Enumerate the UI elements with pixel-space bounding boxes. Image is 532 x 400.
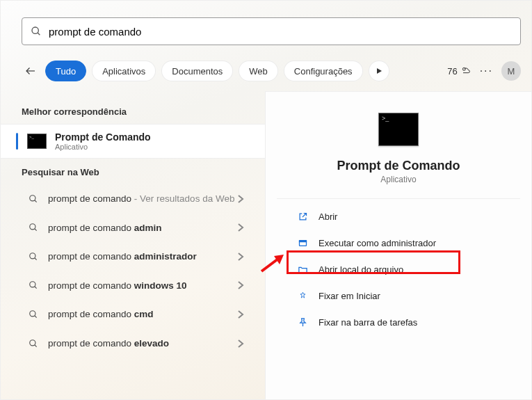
tab-apps[interactable]: Aplicativos	[92, 61, 156, 81]
pin-icon	[296, 289, 309, 302]
search-icon	[29, 339, 38, 349]
action-open[interactable]: Abrir	[291, 203, 506, 230]
svg-marker-3	[377, 68, 382, 74]
search-icon	[29, 223, 38, 232]
weather-temp: 76	[447, 66, 457, 77]
more-options[interactable]: ···	[480, 65, 493, 77]
best-match-subtitle: Aplicativo	[55, 143, 151, 151]
suggestion-text: prompt de comando admin	[48, 222, 237, 234]
action-pin-taskbar-label: Fixar na barra de tarefas	[319, 317, 417, 328]
cmd-thumbnail-icon	[27, 134, 47, 149]
suggestion-text: prompt de comando administrador	[48, 250, 237, 263]
action-pin-start-label: Fixar em Iniciar	[319, 291, 380, 301]
suggestion-text: prompt de comando cmd	[48, 308, 237, 321]
results-panel: Melhor correspondência Prompt de Comando…	[1, 91, 265, 399]
weather-icon	[460, 65, 471, 77]
search-icon	[31, 26, 42, 37]
action-pin-taskbar[interactable]: Fixar na barra de tarefas	[291, 309, 506, 335]
web-suggestion-3[interactable]: prompt de comando windows 10	[1, 271, 265, 301]
search-icon	[29, 194, 38, 204]
svg-line-6	[35, 200, 37, 202]
action-open-location[interactable]: Abrir local do arquivo	[291, 256, 506, 282]
back-button[interactable]	[22, 62, 40, 80]
weather-widget[interactable]: 76	[447, 65, 471, 77]
best-match-title: Prompt de Comando	[55, 131, 151, 143]
shield-icon	[296, 237, 309, 249]
search-bar[interactable]	[22, 17, 521, 45]
tab-documents[interactable]: Documentos	[161, 61, 233, 81]
svg-line-10	[35, 258, 37, 260]
web-suggestion-5[interactable]: prompt de comando elevado	[1, 329, 265, 358]
svg-point-15	[30, 339, 35, 345]
suggestion-text: prompt de comando windows 10	[48, 280, 237, 292]
web-suggestion-4[interactable]: prompt de comando cmd	[1, 300, 265, 329]
svg-line-16	[35, 344, 37, 346]
chevron-right-icon	[237, 310, 244, 319]
svg-point-5	[30, 195, 35, 201]
open-icon	[296, 210, 309, 223]
chevron-right-icon	[237, 280, 244, 290]
filter-toolbar: Tudo Aplicativos Documentos Web Configur…	[22, 60, 521, 82]
svg-rect-18	[299, 240, 306, 241]
suggestion-text: prompt de comando elevado	[48, 337, 237, 350]
search-input[interactable]	[49, 26, 512, 38]
chevron-right-icon	[237, 252, 244, 262]
action-location-label: Abrir local do arquivo	[319, 264, 403, 275]
web-suggestion-2[interactable]: prompt de comando administrador	[1, 242, 265, 271]
web-suggestion-0[interactable]: prompt de comando - Ver resultados da We…	[1, 184, 265, 214]
web-search-heading: Pesquisar na Web	[1, 159, 265, 184]
tab-all[interactable]: Tudo	[45, 61, 86, 81]
svg-line-1	[38, 33, 40, 35]
pin-taskbar-icon	[296, 316, 309, 328]
svg-point-7	[30, 224, 35, 230]
user-avatar[interactable]: M	[501, 61, 521, 81]
search-icon	[29, 280, 38, 290]
chevron-right-icon	[237, 223, 244, 232]
detail-subtitle: Aplicativo	[280, 175, 517, 184]
best-match-heading: Melhor correspondência	[1, 98, 265, 124]
folder-icon	[296, 263, 309, 275]
suggestion-text: prompt de comando - Ver resultados da We…	[48, 193, 237, 205]
app-large-icon	[378, 113, 419, 146]
action-run-as-admin[interactable]: Executar como administrador	[291, 230, 506, 256]
action-open-label: Abrir	[319, 211, 337, 222]
tab-settings[interactable]: Configurações	[284, 61, 363, 81]
tab-more[interactable]	[369, 61, 389, 81]
tab-web[interactable]: Web	[239, 61, 278, 81]
best-match-item[interactable]: Prompt de Comando Aplicativo	[1, 124, 265, 159]
svg-point-11	[30, 282, 35, 287]
detail-title: Prompt de Comando	[280, 159, 517, 173]
search-icon	[29, 252, 38, 262]
svg-point-13	[30, 311, 35, 317]
svg-line-14	[35, 316, 37, 318]
web-suggestion-1[interactable]: prompt de comando admin	[1, 214, 265, 243]
svg-line-12	[35, 287, 37, 289]
svg-point-0	[32, 27, 38, 33]
action-pin-start[interactable]: Fixar em Iniciar	[291, 282, 506, 309]
chevron-right-icon	[237, 339, 244, 349]
action-admin-label: Executar como administrador	[319, 238, 436, 248]
chevron-right-icon	[237, 194, 244, 204]
detail-panel: Prompt de Comando Aplicativo Abrir Execu…	[265, 91, 531, 399]
search-icon	[29, 310, 38, 319]
svg-point-9	[30, 253, 35, 259]
svg-line-8	[35, 229, 37, 231]
